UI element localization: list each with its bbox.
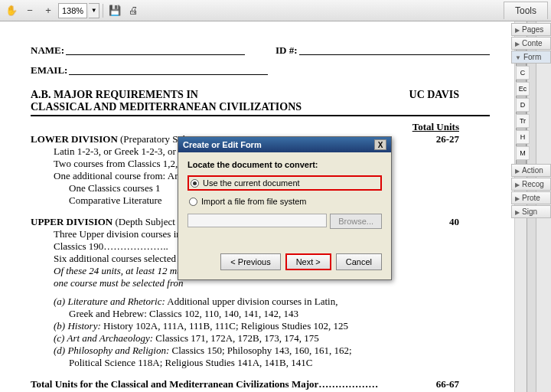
- print-icon[interactable]: 🖨: [125, 2, 142, 19]
- lower-l2: Two courses from Classics 1,2,3: [54, 158, 183, 169]
- side-tab-recognize[interactable]: ▶Recog: [511, 178, 551, 191]
- major-title-line2: CLASSICAL AND MEDITERRANEAN CIVILIZATION…: [31, 101, 490, 116]
- opt-c-label: (c) Art and Archaeology:: [54, 332, 153, 344]
- side-icon-edit[interactable]: Ec: [516, 82, 530, 96]
- radio-icon: [189, 198, 197, 206]
- dialog-title-text: Create or Edit Form: [183, 140, 262, 149]
- hand-tool-icon[interactable]: ✋: [3, 2, 20, 19]
- name-field-line: [66, 44, 245, 55]
- zoom-value[interactable]: 138%: [58, 3, 87, 18]
- side-icon-create[interactable]: C: [516, 66, 530, 80]
- upper-l3: Six additional courses selected f: [54, 253, 182, 264]
- dialog-titlebar[interactable]: Create or Edit Form X: [178, 137, 391, 152]
- side-tab-content[interactable]: ▶Conte: [511, 37, 551, 50]
- dialog-heading: Locate the document to convert:: [187, 160, 382, 169]
- zoom-out-button[interactable]: −: [21, 2, 38, 19]
- lower-division-head: LOWER DIVISION: [31, 133, 118, 145]
- opt-b-text: History 102A, 111A, 111B, 111C; Religiou…: [101, 320, 348, 332]
- upper-division-head: UPPER DIVISION: [31, 216, 112, 227]
- id-field-line: [299, 44, 490, 55]
- cancel-button[interactable]: Cancel: [336, 253, 382, 270]
- radio-use-current-label: Use the current document: [203, 178, 300, 188]
- id-label: ID #:: [276, 44, 298, 57]
- toolbar: ✋ − + 138% ▼ 💾 🖨 Tools: [0, 0, 551, 21]
- email-label: EMAIL:: [31, 64, 67, 77]
- opt-b-label: (b) History:: [54, 320, 101, 332]
- opt-a-text: Additional upper division courses in Lat…: [165, 296, 338, 307]
- previous-button[interactable]: < Previous: [220, 253, 280, 270]
- email-field-line: [69, 64, 268, 75]
- radio-import-label: Import a file from file system: [201, 197, 307, 206]
- upper-units: 40: [449, 216, 459, 228]
- upper-l1: Three Upper division courses in: [54, 228, 181, 240]
- opt-d-label: (d) Philosophy and Religion:: [54, 345, 169, 356]
- side-tab-actions[interactable]: ▶Action: [511, 164, 551, 177]
- tools-panel-toggle[interactable]: Tools: [504, 2, 548, 19]
- total-units-value: 66-67: [436, 378, 459, 390]
- side-tab-protect[interactable]: ▶Prote: [511, 191, 551, 204]
- lower-l4: One Classics courses 1: [69, 182, 161, 194]
- zoom-dropdown[interactable]: ▼: [89, 3, 99, 18]
- opt-a-label: (a) Literature and Rhetoric:: [54, 296, 165, 307]
- side-icon-highlight[interactable]: H: [516, 130, 530, 144]
- dialog-close-button[interactable]: X: [374, 139, 386, 150]
- lower-l3: One additional course from: Ar: [54, 170, 178, 181]
- total-units-line: Total Units for the Classical and Medite…: [31, 378, 378, 390]
- upper-l4: Of these 24 units, at least 12 mu: [54, 265, 182, 276]
- lower-l5: Comparative Literature: [69, 194, 162, 206]
- total-units-header: Total Units: [412, 121, 459, 133]
- radio-use-current[interactable]: Use the current document: [187, 175, 382, 191]
- lower-l1: Latin 1-2-3, or Greek 1-2-3, or: [54, 145, 176, 157]
- file-path-input: [187, 214, 327, 227]
- side-tab-forms[interactable]: ▼Form: [511, 51, 551, 64]
- save-icon[interactable]: 💾: [106, 2, 123, 19]
- radio-import-file[interactable]: Import a file from file system: [187, 195, 382, 207]
- browse-button: Browse...: [330, 214, 382, 229]
- opt-a-text2: Greek and Hebrew: Classics 102, 110, 140…: [69, 308, 298, 319]
- school-name: UC DAVIS: [409, 89, 459, 101]
- opt-d-text: Classics 150; Philosophy 143, 160, 161, …: [169, 345, 351, 356]
- name-label: NAME:: [31, 44, 64, 57]
- upper-l5: one course must be selected fron: [54, 277, 184, 289]
- lower-units: 26-27: [436, 133, 459, 145]
- side-icon-track[interactable]: Tr: [516, 114, 530, 128]
- next-button[interactable]: Next >: [285, 253, 331, 270]
- opt-d-text2: Political Science 118A; Religious Studie…: [69, 357, 312, 368]
- side-icon-distribute[interactable]: D: [516, 98, 530, 112]
- upper-l2: Classics 190………………..: [54, 240, 168, 252]
- toolbar-separator: [103, 4, 103, 18]
- radio-icon: [191, 179, 199, 188]
- side-tab-pages[interactable]: ▶Pages: [511, 23, 551, 36]
- opt-c-text: Classics 171, 172A, 172B, 173, 174, 175: [153, 332, 319, 344]
- major-title-line1: A.B. MAJOR REQUIREMENTS IN: [31, 89, 198, 100]
- side-tab-sign[interactable]: ▶Sign: [511, 205, 551, 218]
- zoom-in-button[interactable]: +: [40, 2, 57, 19]
- side-icon-more[interactable]: M: [516, 146, 530, 160]
- create-edit-form-dialog: Create or Edit Form X Locate the documen…: [178, 136, 392, 280]
